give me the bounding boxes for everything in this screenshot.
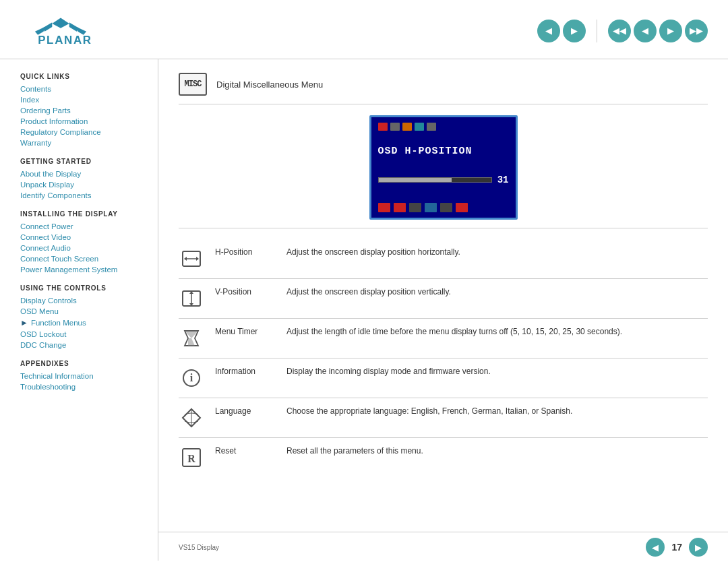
osd-value: 31 [497, 175, 509, 185]
product-name: VS15 Display [179, 544, 219, 551]
menu-timer-desc: Adjust the length of idle time before th… [286, 325, 708, 338]
sidebar-item-about-display[interactable]: About the Display [20, 168, 148, 179]
menu-row-reset: R Reset Reset all the parameters of this… [179, 438, 708, 477]
v-position-desc: Adjust the onscreen display position ver… [286, 286, 708, 298]
svg-marker-9 [196, 257, 199, 261]
content-area: MISC Digital Miscellaneous Menu OSD H-PO… [158, 59, 728, 561]
osd-bottom-icons [378, 203, 509, 212]
h-position-label: H-Position [215, 246, 276, 257]
reset-label: Reset [215, 445, 276, 456]
last-button[interactable]: ▶▶ [685, 20, 708, 42]
sidebar-item-identify-components[interactable]: Identify Components [20, 190, 148, 201]
osd-icon-4 [415, 123, 424, 131]
h-position-icon [179, 246, 204, 272]
osd-bottom-icon-4 [425, 203, 437, 212]
sidebar-item-ddc-change[interactable]: DDC Change [20, 340, 148, 350]
h-position-desc: Adjust the onscreen display position hor… [286, 246, 708, 258]
sidebar-item-warranty[interactable]: Warranty [20, 137, 148, 148]
sidebar-item-contents[interactable]: Contents [20, 84, 148, 94]
header: PLANAR ◀ ▶ ◀◀ ◀ ▶ ▶▶ [0, 0, 728, 59]
header-nav-buttons: ◀ ▶ ◀◀ ◀ ▶ ▶▶ [537, 20, 708, 42]
main-layout: QUICK LINKS Contents Index Ordering Part… [0, 59, 728, 561]
sidebar-item-ordering-parts[interactable]: Ordering Parts [20, 105, 148, 116]
first-button[interactable]: ◀◀ [608, 20, 631, 42]
sidebar-item-troubleshooting[interactable]: Troubleshooting [20, 381, 148, 392]
sidebar: QUICK LINKS Contents Index Ordering Part… [0, 59, 158, 561]
quick-links-title: QUICK LINKS [20, 73, 148, 80]
sidebar-item-unpack-display[interactable]: Unpack Display [20, 179, 148, 190]
osd-bar-row: 31 [378, 175, 509, 185]
osd-screen: OSD H-POSITION 31 [369, 115, 518, 220]
sidebar-item-display-controls[interactable]: Display Controls [20, 295, 148, 306]
reset-icon: R [179, 445, 204, 470]
svg-text:i: i [190, 372, 193, 383]
sidebar-item-connect-power[interactable]: Connect Power [20, 221, 148, 232]
svg-marker-8 [184, 257, 187, 261]
osd-bottom-icon-6 [456, 203, 468, 212]
footer-next-button[interactable]: ▶ [689, 538, 708, 557]
section-header: MISC Digital Miscellaneous Menu [179, 73, 708, 104]
osd-icon-5 [427, 123, 436, 131]
sidebar-item-connect-video[interactable]: Connect Video [20, 232, 148, 243]
page-number: 17 [671, 542, 682, 553]
active-arrow-icon: ► [20, 318, 28, 327]
sidebar-item-function-menus[interactable]: ► Function Menus [20, 317, 148, 329]
sidebar-item-power-management[interactable]: Power Management System [20, 264, 148, 275]
language-desc: Choose the appropriate language: English… [286, 405, 708, 417]
menu-row-language: Language Choose the appropriate language… [179, 398, 708, 438]
getting-started-title: GETTING STARTED [20, 158, 148, 165]
svg-marker-16 [188, 338, 195, 346]
menu-row-information: i Information Display the incoming displ… [179, 358, 708, 398]
osd-bottom-icon-3 [409, 203, 421, 212]
nav-separator [597, 20, 597, 42]
sidebar-item-connect-audio[interactable]: Connect Audio [20, 243, 148, 253]
footer-prev-button[interactable]: ◀ [646, 538, 665, 557]
controls-title: USING THE CONTROLS [20, 284, 148, 292]
sidebar-item-technical-info[interactable]: Technical Information [20, 371, 148, 381]
footer-nav: ◀ 17 ▶ [646, 538, 708, 557]
information-label: Information [215, 365, 276, 376]
back-button[interactable]: ◀ [634, 20, 657, 42]
menu-items-table: H-Position Adjust the onscreen display p… [179, 239, 708, 477]
planar-logo: PLANAR [20, 12, 101, 49]
logo-area: PLANAR [20, 12, 101, 49]
menu-row-h-position: H-Position Adjust the onscreen display p… [179, 239, 708, 279]
forward-button[interactable]: ▶ [659, 20, 682, 42]
v-position-icon [179, 286, 204, 311]
menu-timer-label: Menu Timer [215, 325, 276, 336]
osd-title: OSD H-POSITION [378, 146, 509, 157]
menu-timer-icon [179, 325, 204, 351]
information-desc: Display the incoming display mode and fi… [286, 365, 708, 377]
osd-bottom-icon-1 [378, 203, 390, 212]
prev-button[interactable]: ◀ [537, 20, 560, 42]
osd-bottom-icon-2 [394, 203, 406, 212]
appendixes-title: APPENDIXES [20, 360, 148, 367]
svg-text:PLANAR: PLANAR [38, 34, 92, 46]
sidebar-item-connect-touch[interactable]: Connect Touch Screen [20, 253, 148, 264]
osd-screen-container: OSD H-POSITION 31 [179, 115, 708, 228]
osd-progress-bar [378, 177, 492, 183]
osd-icon-3 [402, 123, 412, 131]
next-button[interactable]: ▶ [563, 20, 586, 42]
prev-next-group: ◀ ▶ [537, 20, 586, 42]
language-icon [179, 405, 204, 431]
information-icon: i [179, 365, 204, 391]
sidebar-item-product-info[interactable]: Product Information [20, 116, 148, 127]
language-label: Language [215, 405, 276, 416]
sidebar-item-osd-lockout[interactable]: OSD Lockout [20, 329, 148, 340]
osd-bottom-icon-5 [440, 203, 452, 212]
installing-title: INSTALLING THE DISPLAY [20, 210, 148, 218]
reset-desc: Reset all the parameters of this menu. [286, 445, 708, 457]
osd-icon-2 [390, 123, 400, 131]
menu-row-menu-timer: Menu Timer Adjust the length of idle tim… [179, 319, 708, 358]
osd-icon-1 [378, 123, 388, 131]
osd-progress-fill [379, 178, 452, 182]
sidebar-item-regulatory[interactable]: Regulatory Compliance [20, 127, 148, 137]
svg-text:R: R [187, 453, 195, 464]
section-title: Digital Miscellaneous Menu [216, 80, 323, 90]
menu-row-v-position: V-Position Adjust the onscreen display p… [179, 279, 708, 319]
sidebar-item-index[interactable]: Index [20, 94, 148, 105]
sidebar-item-osd-menu[interactable]: OSD Menu [20, 306, 148, 317]
footer: VS15 Display ◀ 17 ▶ [158, 532, 728, 562]
v-position-label: V-Position [215, 286, 276, 296]
